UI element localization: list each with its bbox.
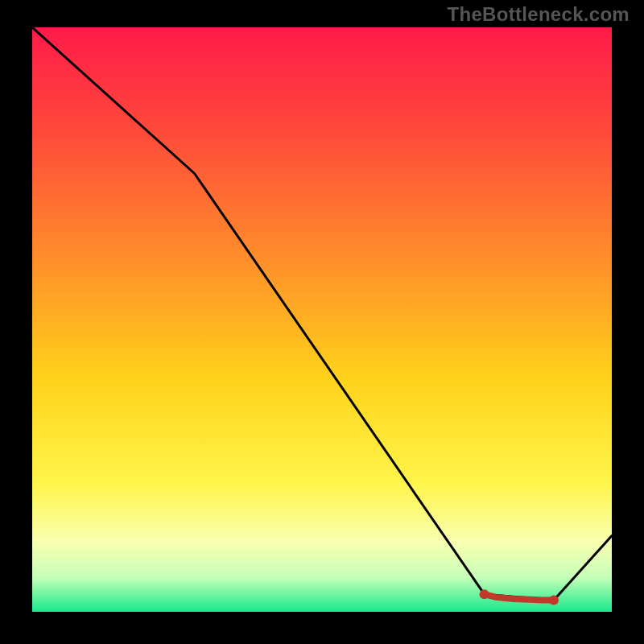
marker-dot bbox=[549, 596, 559, 605]
chart-svg bbox=[32, 27, 612, 612]
watermark-text: TheBottleneck.com bbox=[448, 3, 630, 26]
marker-dot bbox=[480, 589, 489, 599]
chart-container: TheBottleneck.com bbox=[0, 0, 644, 644]
plot-area bbox=[32, 27, 612, 612]
gradient-background bbox=[32, 27, 612, 612]
